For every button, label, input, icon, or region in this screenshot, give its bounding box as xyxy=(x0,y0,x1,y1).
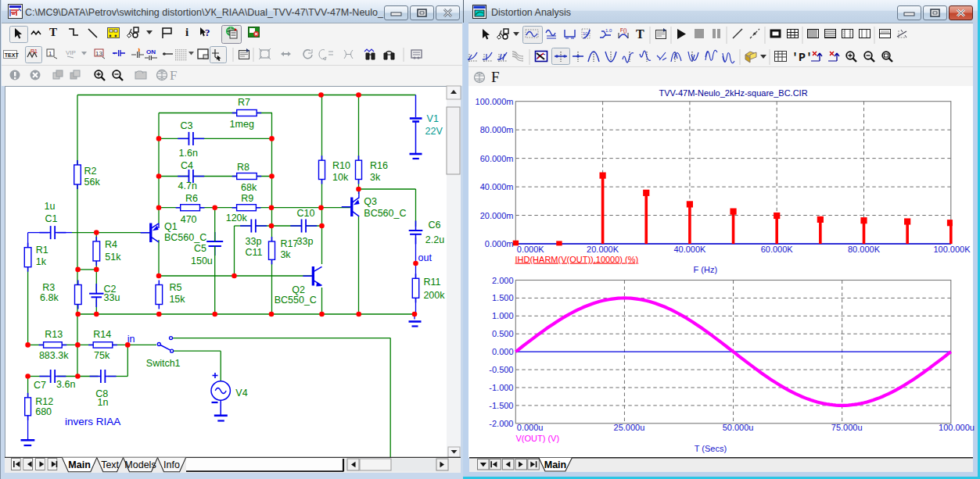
svg-text:10k: 10k xyxy=(332,172,349,183)
svg-text:1.000: 1.000 xyxy=(492,311,514,320)
svg-text:4.7n: 4.7n xyxy=(178,181,197,191)
svg-text:75.000u: 75.000u xyxy=(831,423,863,432)
svg-text:1n: 1n xyxy=(98,397,109,408)
svg-text:100.000u: 100.000u xyxy=(939,423,975,432)
svg-text:R6: R6 xyxy=(185,193,198,204)
svg-text:75k: 75k xyxy=(94,350,110,361)
svg-text:22V: 22V xyxy=(425,126,443,137)
svg-text:Q2: Q2 xyxy=(292,284,305,295)
svg-text:R2: R2 xyxy=(84,166,97,177)
svg-text:R7: R7 xyxy=(238,97,250,108)
svg-text:out: out xyxy=(418,252,433,263)
svg-text:68k: 68k xyxy=(241,182,257,193)
svg-text:-0.500: -0.500 xyxy=(489,365,513,374)
svg-text:R10: R10 xyxy=(332,160,350,171)
svg-text:20.000K: 20.000K xyxy=(587,245,619,254)
svg-text:BC550_C: BC550_C xyxy=(275,295,317,306)
svg-text:100.000m: 100.000m xyxy=(476,97,514,106)
svg-text:33p: 33p xyxy=(246,236,262,247)
svg-text:BC560_C: BC560_C xyxy=(164,232,206,243)
svg-text:Q1: Q1 xyxy=(164,221,178,232)
svg-text:50.000u: 50.000u xyxy=(723,423,754,432)
svg-text:60.000m: 60.000m xyxy=(480,154,514,163)
svg-text:883.3k: 883.3k xyxy=(39,350,69,361)
svg-text:R13: R13 xyxy=(45,329,63,340)
svg-text:C1: C1 xyxy=(45,213,58,224)
svg-text:33u: 33u xyxy=(104,292,120,303)
svg-text:40.000K: 40.000K xyxy=(673,245,706,254)
svg-text:6.8k: 6.8k xyxy=(40,292,59,303)
svg-text:Info: Info xyxy=(163,459,180,470)
svg-text:R12: R12 xyxy=(35,396,53,407)
svg-text:2.000: 2.000 xyxy=(492,276,514,285)
svg-text:R5: R5 xyxy=(169,282,181,293)
svg-text:-1.000: -1.000 xyxy=(489,383,513,392)
svg-text:Main: Main xyxy=(544,459,566,470)
svg-text:R3: R3 xyxy=(42,282,55,293)
svg-text:1u: 1u xyxy=(45,201,56,212)
svg-text:25.000u: 25.000u xyxy=(614,423,645,432)
svg-text:Text: Text xyxy=(101,459,119,470)
svg-text:56k: 56k xyxy=(84,177,101,188)
svg-text:15k: 15k xyxy=(169,294,185,305)
svg-text:470: 470 xyxy=(181,214,197,225)
svg-text:1meg: 1meg xyxy=(230,119,254,130)
svg-text:0.000: 0.000 xyxy=(492,347,514,356)
svg-text:V(OUT) (V): V(OUT) (V) xyxy=(516,434,560,443)
svg-text:R8: R8 xyxy=(237,162,249,173)
svg-text:TVV-47M-Neulo_2kHz-square_BC.C: TVV-47M-Neulo_2kHz-square_BC.CIR xyxy=(659,88,807,98)
svg-text:IHD(HARM(V(OUT)),10000) (%): IHD(HARM(V(OUT)),10000) (%) xyxy=(515,255,639,264)
svg-text:V4: V4 xyxy=(235,388,247,399)
svg-text:3k: 3k xyxy=(370,172,381,183)
svg-text:V1: V1 xyxy=(427,113,439,124)
svg-text:60.000K: 60.000K xyxy=(761,245,794,254)
svg-text:120k: 120k xyxy=(226,213,248,223)
svg-text:40.000m: 40.000m xyxy=(480,182,514,191)
svg-text:-1.500: -1.500 xyxy=(489,401,513,410)
svg-text:R11: R11 xyxy=(423,277,440,288)
svg-text:C4: C4 xyxy=(181,160,193,171)
svg-text:R17: R17 xyxy=(280,238,298,249)
svg-text:C3: C3 xyxy=(180,120,192,131)
svg-text:680: 680 xyxy=(35,406,52,417)
svg-text:150u: 150u xyxy=(191,256,213,266)
svg-text:C5: C5 xyxy=(194,243,206,254)
svg-text:Switch1: Switch1 xyxy=(146,358,181,369)
svg-text:F (Hz): F (Hz) xyxy=(694,265,718,274)
svg-text:2.2u: 2.2u xyxy=(425,234,444,245)
svg-text:0.000K: 0.000K xyxy=(517,245,545,254)
svg-text:R14: R14 xyxy=(93,329,111,340)
svg-text:C10: C10 xyxy=(297,208,315,219)
svg-text:R16: R16 xyxy=(370,160,388,171)
svg-text:T (Secs): T (Secs) xyxy=(695,444,727,453)
svg-text:1.500: 1.500 xyxy=(492,293,514,302)
svg-text:33p: 33p xyxy=(297,236,314,247)
svg-text:1k: 1k xyxy=(36,256,47,267)
svg-text:3k: 3k xyxy=(280,249,291,260)
svg-text:0.500: 0.500 xyxy=(492,329,514,338)
svg-text:invers RIAA: invers RIAA xyxy=(65,416,120,427)
svg-text:C6: C6 xyxy=(429,220,441,231)
svg-text:R1: R1 xyxy=(36,245,48,256)
svg-text:C11: C11 xyxy=(246,247,263,258)
svg-text:BC560_C: BC560_C xyxy=(364,208,406,219)
svg-text:-2.000: -2.000 xyxy=(489,419,513,428)
svg-text:0.000m: 0.000m xyxy=(485,239,514,248)
svg-text:Models: Models xyxy=(124,459,156,470)
svg-text:Q3: Q3 xyxy=(364,196,377,207)
svg-text:Main: Main xyxy=(68,459,90,470)
svg-text:1.6n: 1.6n xyxy=(179,148,198,159)
svg-text:R4: R4 xyxy=(105,239,117,250)
svg-text:100.000K: 100.000K xyxy=(933,245,971,254)
svg-text:0.000u: 0.000u xyxy=(517,423,544,432)
svg-text:C7: C7 xyxy=(34,380,46,391)
svg-text:200k: 200k xyxy=(423,290,445,301)
svg-text:51k: 51k xyxy=(105,252,121,263)
svg-text:80.000K: 80.000K xyxy=(848,245,881,254)
svg-text:80.000m: 80.000m xyxy=(480,125,514,134)
svg-text:R9: R9 xyxy=(241,193,253,204)
svg-text:in: in xyxy=(127,334,135,345)
svg-text:20.000m: 20.000m xyxy=(480,211,514,220)
svg-text:3.6n: 3.6n xyxy=(56,379,75,390)
